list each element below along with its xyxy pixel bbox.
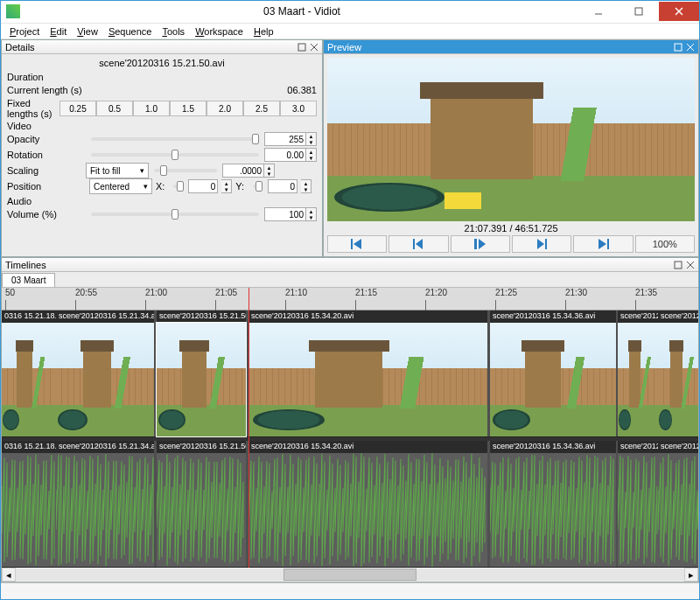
preview-video [327,58,695,221]
fixed-length-btn[interactable]: 1.5 [170,101,206,116]
panel-close-icon[interactable] [310,43,318,52]
timeline-ruler[interactable]: 5020:5521:0021:0521:1021:1521:2021:2521:… [2,288,698,310]
timeline-body[interactable]: 5020:5521:0021:0521:1021:1521:2021:2521:… [2,288,698,568]
scroll-right-icon[interactable]: ▸ [684,568,698,582]
opacity-slider[interactable] [91,137,259,141]
pos-y-slider[interactable] [253,185,259,188]
menu-help[interactable]: Help [248,24,279,38]
audio-clip[interactable]: scene'20120316 1 [618,441,658,567]
rotation-label: Rotation [7,150,86,160]
opacity-label: Opacity [7,134,86,144]
video-clip[interactable]: scene'20120316 15.21.50.avi [157,310,246,436]
clip-label: scene'20120316 15.34.36.avi [490,441,616,453]
svg-rect-7 [675,44,682,51]
clip-label: scene'20120316 15.34.20.avi [248,441,487,453]
clip-label: 0316 15.21.18.avi [2,441,56,453]
fixed-length-btn[interactable]: 0.25 [60,101,96,116]
audio-clip[interactable]: scene'20120316 15.34.36.avi [490,441,616,567]
ruler-tick: 21:00 [145,288,167,297]
goto-end-button[interactable] [573,235,633,253]
video-clip[interactable]: scene'20120316 15.34.36.avi [490,310,616,436]
opacity-spinner[interactable]: ▲▼ [306,132,317,146]
rotation-spinner[interactable]: ▲▼ [306,148,317,162]
preview-panel: Preview 21:07.391 / 46:51.725 100% [323,39,699,257]
scroll-thumb[interactable] [284,569,417,581]
play-pause-button[interactable] [451,235,510,253]
fixed-length-btn[interactable]: 0.5 [96,101,133,116]
pos-x-slider[interactable] [173,185,179,188]
pos-x-spinner[interactable]: ▲▼ [221,179,232,193]
ruler-tick: 21:15 [355,288,377,297]
pin-icon[interactable] [298,43,306,52]
rotation-input[interactable]: 0.00 [264,148,306,162]
audio-clip[interactable]: 0316 15.21.18.avi [2,441,56,567]
pos-x-input[interactable]: 0 [188,179,218,193]
audio-clip[interactable]: scene'20120316 15.21.34.avi [56,441,154,567]
scaling-spinner[interactable]: ▲▼ [264,164,275,178]
playhead[interactable] [248,288,249,568]
video-clip[interactable]: scene'20120316 1 [618,310,658,436]
video-track[interactable]: 0316 15.21.18.aviscene'20120316 15.21.34… [2,310,698,437]
step-forward-button[interactable] [512,235,571,253]
minimize-button[interactable] [578,2,619,21]
menu-edit[interactable]: Edit [45,24,72,38]
ruler-tick: 21:20 [425,288,447,297]
scaling-mode-combo[interactable]: Fit to fill [86,163,149,178]
goto-start-button[interactable] [327,235,387,253]
pos-y-spinner[interactable]: ▲▼ [301,179,312,193]
position-label: Position [7,181,86,192]
current-length-value: 06.381 [287,85,317,95]
ruler-tick: 21:25 [495,288,517,297]
video-clip[interactable]: scene'20120316 15.21.34.avi [56,310,154,436]
audio-track[interactable]: 0316 15.21.18.aviscene'20120316 15.21.34… [2,441,698,568]
menu-view[interactable]: View [72,24,103,38]
scaling-label: Scaling [7,165,86,176]
volume-slider[interactable] [91,213,259,216]
status-bar [1,583,699,599]
pin-icon[interactable] [674,261,682,269]
svg-marker-18 [598,239,606,249]
menu-tools[interactable]: Tools [157,24,190,38]
menu-sequence[interactable]: Sequence [103,24,158,38]
video-clip[interactable]: 0316 15.21.18.avi [2,310,56,436]
pos-y-input[interactable]: 0 [268,179,298,193]
audio-clip[interactable]: scene'20120316 15.21.50.avi [157,441,246,567]
fixed-length-btn[interactable]: 3.0 [280,101,317,116]
svg-marker-15 [479,239,486,249]
audio-section: Audio [7,196,317,206]
current-length-label: Current length (s) [7,85,86,95]
horizontal-scrollbar[interactable]: ◂ ▸ [2,568,698,582]
svg-rect-12 [413,239,415,249]
maximize-button[interactable] [619,2,659,21]
volume-spinner[interactable]: ▲▼ [306,207,317,221]
audio-clip[interactable]: scene'201203 [658,441,698,567]
fixed-length-btn[interactable]: 2.0 [206,101,243,116]
video-clip[interactable]: scene'20120316 15.34.20.avi [248,310,487,436]
step-back-button[interactable] [388,235,448,253]
fixed-length-btn[interactable]: 2.5 [243,101,280,116]
preview-panel-title: Preview [327,42,670,52]
timeline-tab[interactable]: 03 Maart [2,273,55,287]
fixed-length-btn[interactable]: 1.0 [133,101,170,116]
scaling-slider[interactable] [154,169,217,172]
volume-input[interactable]: 100 [264,207,306,221]
position-mode-combo[interactable]: Centered [89,178,152,194]
clip-label: scene'20120316 1 [618,310,658,323]
video-clip[interactable]: scene'201203 [658,310,698,436]
opacity-input[interactable]: 255 [264,132,306,146]
scaling-input[interactable]: .0000 [222,164,264,178]
scroll-left-icon[interactable]: ◂ [2,568,16,582]
menu-workspace[interactable]: Workspace [190,24,248,38]
timelines-panel-title: Timelines [5,260,46,270]
pin-icon[interactable] [674,43,682,52]
zoom-level[interactable]: 100% [635,235,695,253]
rotation-slider[interactable] [91,153,259,157]
ruler-tick: 21:30 [565,288,587,297]
panel-close-icon[interactable] [686,43,695,52]
panel-close-icon[interactable] [686,261,695,269]
pos-x-label: X: [156,181,164,192]
duration-section: Duration [7,72,317,82]
audio-clip[interactable]: scene'20120316 15.34.20.avi [248,441,487,567]
close-button[interactable] [659,2,699,21]
menu-project[interactable]: Project [4,24,45,38]
